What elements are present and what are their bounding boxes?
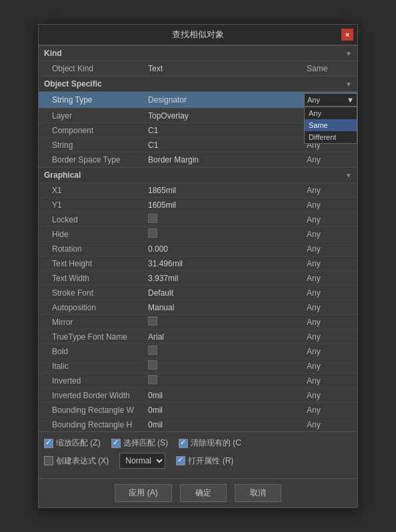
select-match-checkbox[interactable] [111,439,121,448]
prop-name-mirror: Mirror [39,318,145,327]
options-row-2: 创建表达式 (X) Normal Any 打开属性 (R) [44,453,352,469]
prop-name-stroke-font: Stroke Font [39,288,145,298]
prop-name-string-type: String Type [39,95,145,105]
table-row: Object Kind Text Same [39,61,357,76]
table-row-autoposition: Autoposition Manual Any [39,300,357,315]
table-row-locked: Locked Any [39,212,357,227]
prop-match-inverted: Any [304,376,357,386]
prop-match-object-kind: Same [304,64,357,73]
prop-name-locked: Locked [39,215,145,224]
prop-match-bounding-h: Any [304,420,357,429]
dropdown-list: Any Same Different [304,107,357,144]
prop-name-string: String [39,140,145,150]
dialog-titlebar: 查找相似对象 × [39,25,357,45]
italic-checkbox[interactable] [148,360,157,370]
prop-value-inverted-border: 0mil [145,391,304,400]
zoom-fit-option[interactable]: 缩放匹配 (Z) [44,437,101,449]
prop-value-stroke-font: Default [145,288,304,298]
dropdown-item-any[interactable]: Any [305,107,357,119]
dropdown-item-same[interactable]: Same [305,119,357,131]
create-expr-label: 创建表达式 (X) [56,455,109,467]
prop-value-string-type: Designator [145,95,304,105]
prop-match-rotation: Any [304,244,357,254]
create-expr-checkbox[interactable] [44,456,53,465]
kind-label: Kind [44,49,62,58]
create-expr-option[interactable]: 创建表达式 (X) [44,455,109,467]
zoom-fit-checkbox[interactable] [44,439,53,448]
prop-name-text-height: Text Height [39,259,145,268]
prop-name-autoposition: Autoposition [39,303,145,312]
prop-match-italic: Any [304,362,357,371]
prop-match-locked: Any [304,215,357,224]
prop-name-truetype-font: TrueType Font Name [39,332,145,342]
prop-value-rotation: 0.000 [145,244,304,254]
bold-checkbox[interactable] [148,346,157,355]
dialog-options: 缩放匹配 (Z) 选择匹配 (S) 清除现有的 (C 创建表达式 (X) Nor… [39,431,357,478]
dropdown-item-different[interactable]: Different [305,131,357,143]
dropdown-current: Any [307,96,320,104]
prop-value-hide [145,228,304,240]
prop-value-locked [145,214,304,225]
open-attr-label: 打开属性 (R) [188,455,233,467]
normal-select[interactable]: Normal Any [119,453,165,469]
apply-button[interactable]: 应用 (A) [115,484,171,502]
object-specific-label: Object Specific [44,79,102,89]
graphical-arrow: ▼ [345,172,352,179]
prop-match-x1: Any [304,186,357,195]
table-row-bold: Bold Any [39,344,357,359]
table-row-x1: X1 1865mil Any [39,183,357,198]
hide-checkbox[interactable] [148,228,157,238]
prop-name-bounding-w: Bounding Rectangle W [39,405,145,415]
prop-match-text-height: Any [304,259,357,268]
prop-match-inverted-border: Any [304,391,357,400]
select-match-label: 选择匹配 (S) [123,437,168,449]
prop-match-text-width: Any [304,274,357,283]
dropdown-btn[interactable]: Any ▼ [304,93,357,107]
string-type-dropdown[interactable]: Any ▼ Any Same Different [304,93,357,107]
prop-match-y1: Any [304,200,357,210]
prop-value-mirror [145,316,304,328]
prop-name-hide: Hide [39,230,145,239]
prop-name-inverted: Inverted [39,376,145,386]
table-row-rotation: Rotation 0.000 Any [39,242,357,256]
dialog-body: Kind ▼ Object Kind Text Same Object Spec… [39,45,357,431]
prop-name-rotation: Rotation [39,244,145,254]
table-row-truetype-font: TrueType Font Name Arial Any [39,330,357,344]
open-attr-option[interactable]: 打开属性 (R) [176,455,233,467]
prop-value-object-kind: Text [145,64,304,73]
prop-value-border-space: Border Margin [145,155,304,164]
locked-checkbox[interactable] [148,214,157,223]
table-row-text-height: Text Height 31.496mil Any [39,256,357,271]
prop-value-inverted [145,375,304,386]
prop-match-truetype-font: Any [304,332,357,342]
dropdown-arrow-icon: ▼ [347,96,354,104]
dialog-title: 查找相似对象 [172,29,224,41]
prop-match-hide: Any [304,230,357,239]
prop-value-y1: 1605mil [145,200,304,210]
cancel-button[interactable]: 取消 [235,484,281,502]
prop-value-autoposition: Manual [145,303,304,312]
zoom-fit-label: 缩放匹配 (Z) [56,437,101,449]
prop-value-x1: 1865mil [145,186,304,195]
prop-name-inverted-border: Inverted Border Width [39,391,145,400]
prop-name-text-width: Text Width [39,274,145,283]
prop-match-autoposition: Any [304,303,357,312]
table-row-inverted-border: Inverted Border Width 0mil Any [39,388,357,403]
mirror-checkbox[interactable] [148,316,157,326]
prop-value-component: C1 [145,126,304,135]
close-button[interactable]: × [341,29,353,41]
prop-value-text-width: 3.937mil [145,274,304,283]
prop-name-y1: Y1 [39,200,145,210]
clear-existing-option[interactable]: 清除现有的 (C [179,437,241,449]
inverted-checkbox[interactable] [148,375,157,384]
prop-match-border-space: Any [304,155,357,164]
open-attr-checkbox[interactable] [176,456,185,465]
table-row-italic: Italic Any [39,359,357,374]
select-match-option[interactable]: 选择匹配 (S) [111,437,168,449]
ok-button[interactable]: 确定 [180,484,227,502]
table-row-text-width: Text Width 3.937mil Any [39,271,357,286]
prop-value-text-height: 31.496mil [145,259,304,268]
prop-name-component: Component [39,126,145,135]
table-row-mirror: Mirror Any [39,315,357,330]
clear-existing-checkbox[interactable] [179,439,188,448]
